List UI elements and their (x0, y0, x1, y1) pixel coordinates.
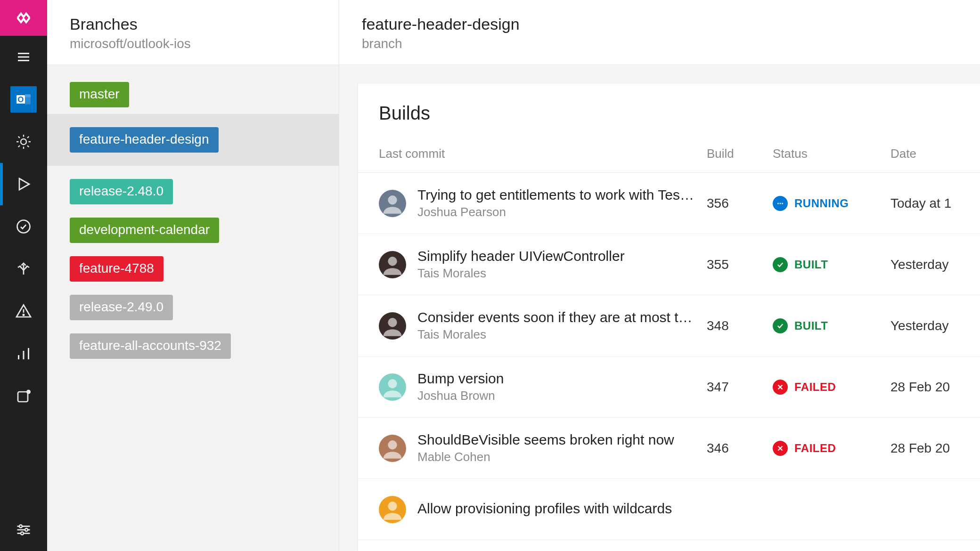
col-header-build: Build (707, 137, 773, 173)
nav-events[interactable] (0, 375, 47, 417)
status-text: FAILED (794, 442, 836, 455)
svg-line-13 (27, 146, 29, 147)
build-row[interactable]: Allow provisioning profiles with wildcar… (358, 479, 980, 540)
nav-menu[interactable] (0, 36, 47, 78)
branch-item[interactable]: feature-header-design (47, 114, 339, 166)
branch-item[interactable]: feature-4788 (47, 256, 339, 282)
svg-line-15 (27, 137, 29, 138)
build-number: 356 (707, 173, 773, 234)
nav-build[interactable] (0, 163, 47, 205)
build-number: 347 (707, 357, 773, 418)
svg-point-40 (388, 440, 397, 449)
page-subtitle: branch (362, 36, 957, 51)
svg-text:O: O (18, 95, 24, 104)
svg-point-36 (388, 318, 397, 327)
build-number: 355 (707, 234, 773, 295)
avatar (379, 251, 406, 278)
svg-rect-6 (25, 95, 31, 97)
branch-item[interactable]: development-calendar (47, 218, 339, 243)
svg-point-24 (26, 390, 31, 394)
branch-pill: feature-4788 (70, 256, 163, 282)
builds-card-title: Builds (358, 103, 980, 137)
branch-item[interactable]: release-2.49.0 (47, 295, 339, 320)
build-row[interactable]: Trying to get entitlements to work with … (358, 173, 980, 234)
svg-point-32 (777, 203, 779, 204)
branch-pill: development-calendar (70, 218, 219, 243)
build-number: 346 (707, 418, 773, 479)
nav-distribute[interactable] (0, 248, 47, 290)
analytics-bars-icon (15, 345, 32, 362)
builds-table: Last commit Build Status Date Trying to … (358, 137, 980, 540)
nav-crashes[interactable] (0, 290, 47, 332)
nav-app-outlook[interactable]: O (0, 78, 47, 121)
svg-point-7 (21, 139, 26, 145)
branch-item[interactable]: master (47, 82, 339, 107)
status-badge: BUILT (773, 257, 828, 272)
svg-point-35 (388, 257, 397, 266)
branch-pill: release-2.48.0 (70, 179, 173, 204)
build-date (890, 479, 980, 540)
main-header: feature-header-design branch (339, 0, 980, 65)
warning-triangle-icon (15, 303, 32, 320)
nav-rail: O (0, 0, 47, 551)
commit-title: ShouldBeVisible seems broken right now (417, 432, 674, 448)
builds-card: Builds Last commit Build Status Date Try… (358, 84, 980, 551)
commit-title: Trying to get entitlements to work with … (417, 187, 697, 203)
status-built-icon (773, 318, 788, 333)
avatar (379, 312, 406, 340)
build-row[interactable]: Simplify header UIViewControllerTais Mor… (358, 234, 980, 295)
nav-settings[interactable] (0, 509, 47, 551)
build-number: 348 (707, 295, 773, 357)
main: feature-header-design branch Builds Last… (339, 0, 980, 551)
svg-point-30 (21, 532, 24, 535)
commit-title: Simplify header UIViewController (417, 248, 625, 264)
repo-path: microsoft/outlook-ios (70, 36, 316, 51)
build-row[interactable]: Bump versionJoshua Brown347FAILED28 Feb … (358, 357, 980, 418)
commit-title: Consider events soon if they are at most… (417, 309, 697, 325)
commit-author: Tais Morales (417, 266, 625, 281)
branches-header: Branches microsoft/outlook-ios (47, 0, 339, 65)
svg-marker-16 (19, 178, 29, 190)
status-text: FAILED (794, 381, 836, 394)
svg-point-26 (19, 525, 22, 528)
status-text: BUILT (794, 319, 828, 332)
build-date: Yesterday (890, 234, 980, 295)
nav-analytics[interactable] (0, 332, 47, 375)
commit-title: Bump version (417, 371, 504, 387)
svg-point-17 (17, 220, 30, 233)
avatar (379, 373, 406, 401)
svg-point-28 (25, 528, 28, 531)
col-header-commit: Last commit (358, 137, 707, 173)
svg-point-34 (782, 203, 783, 204)
build-date: 28 Feb 20 (890, 357, 980, 418)
svg-point-33 (780, 203, 781, 204)
build-row[interactable]: ShouldBeVisible seems broken right nowMa… (358, 418, 980, 479)
branch-item[interactable]: feature-all-accounts-932 (47, 333, 339, 359)
status-failed-icon (773, 441, 788, 456)
svg-point-19 (23, 314, 24, 315)
commit-author: Tais Morales (417, 327, 697, 342)
status-badge: BUILT (773, 318, 828, 333)
status-text: BUILT (794, 258, 828, 271)
status-built-icon (773, 257, 788, 272)
branch-item[interactable]: release-2.48.0 (47, 179, 339, 204)
nav-brightness[interactable] (0, 121, 47, 163)
svg-line-12 (18, 137, 20, 138)
menu-icon (15, 49, 32, 65)
status-badge: RUNNING (773, 196, 849, 211)
status-badge: FAILED (773, 380, 836, 395)
app-logo[interactable] (0, 0, 47, 36)
status-badge: FAILED (773, 441, 836, 456)
col-header-date: Date (890, 137, 980, 173)
branches-title: Branches (70, 15, 316, 33)
branch-fork-icon (15, 260, 32, 277)
commit-author: Joshua Pearson (417, 205, 697, 219)
nav-test[interactable] (0, 205, 47, 248)
branch-pill: master (70, 82, 129, 107)
svg-point-31 (388, 195, 397, 204)
build-row[interactable]: Consider events soon if they are at most… (358, 295, 980, 357)
status-failed-icon (773, 380, 788, 395)
svg-point-37 (388, 379, 397, 388)
status-text: RUNNING (794, 197, 849, 210)
branch-pill: feature-header-design (70, 127, 219, 153)
